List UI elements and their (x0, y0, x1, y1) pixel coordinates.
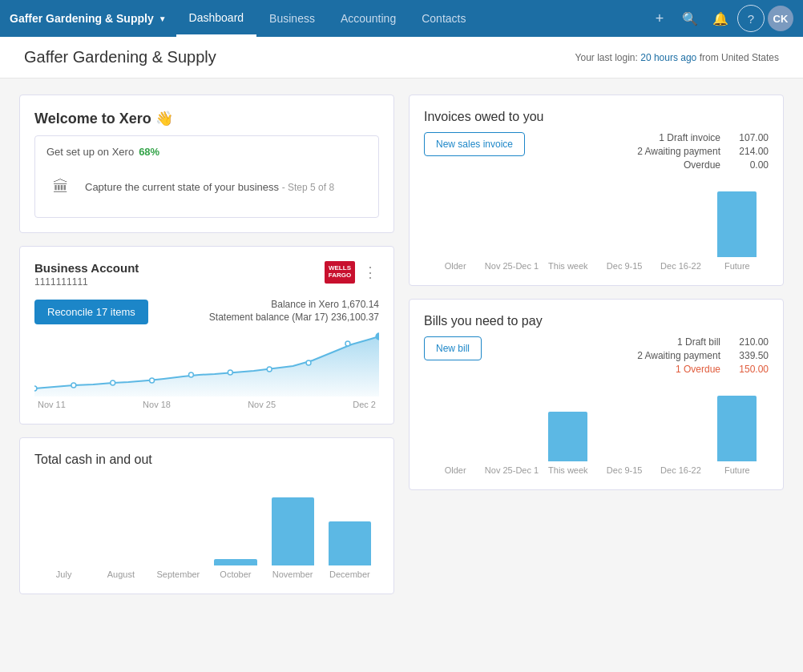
wells-fargo-logo: WELLSFARGO (325, 261, 355, 284)
bills-bar-dec9: Dec 9-15 (596, 461, 652, 475)
setup-header: Get set up on Xero 68% (46, 146, 367, 158)
setup-section: Get set up on Xero 68% 🏛 Capture the cur… (34, 135, 379, 218)
line-chart (34, 332, 379, 396)
total-cash-card: Total cash in and out July August Septem… (19, 437, 394, 594)
invoice-section: New sales invoice 1 Draft invoice 107.00… (424, 132, 769, 173)
svg-point-3 (150, 378, 155, 383)
bank-icon: 🏛 (46, 172, 75, 201)
line-chart-labels: Nov 11 Nov 18 Nov 25 Dec 2 (34, 400, 379, 409)
bills-bar-dec16: Dec 16-22 (652, 461, 708, 475)
right-column: Invoices owed to you New sales invoice 1… (409, 95, 784, 594)
bills-card: Bills you need to pay New bill 1 Draft b… (409, 299, 784, 490)
bills-bar-thisweek: This week (540, 412, 596, 475)
bills-bar-older: Older (427, 461, 483, 475)
label-nov25: Nov 25 (248, 400, 276, 409)
nav-business[interactable]: Business (256, 0, 328, 37)
biz-title: Business Account (34, 261, 139, 275)
bell-icon[interactable]: 🔔 (707, 5, 734, 32)
business-account-card: Business Account 1111111111 WELLSFARGO ⋮… (19, 246, 394, 425)
bills-bar-future: Future (709, 396, 765, 475)
inv-bar-dec9: Dec 9-15 (596, 257, 652, 271)
label-nov11: Nov 11 (38, 400, 66, 409)
balance-info: Balance in Xero 1,670.14 Statement balan… (209, 299, 379, 324)
nav-links: Dashboard Business Accounting Contacts (176, 0, 646, 37)
welcome-card: Welcome to Xero 👋 Get set up on Xero 68%… (19, 95, 394, 233)
label-dec2: Dec 2 (353, 400, 376, 409)
inv-bar-nov25: Nov 25-Dec 1 (483, 257, 539, 271)
total-cash-title: Total cash in and out (34, 453, 379, 467)
plus-icon[interactable]: + (646, 5, 673, 32)
setup-percent: 68% (139, 146, 159, 158)
inv-bar-thisweek: This week (540, 257, 596, 271)
invoices-title: Invoices owed to you (424, 110, 769, 124)
label-nov18: Nov 18 (143, 400, 171, 409)
bar-july: July (42, 565, 85, 579)
bar-december: December (329, 521, 371, 579)
biz-account-num: 1111111111 (34, 276, 139, 288)
last-login: Your last login: 20 hours ago from Unite… (575, 52, 779, 63)
bills-stats: 1 Draft bill 210.00 2 Awaiting payment 3… (494, 336, 769, 377)
svg-point-2 (111, 380, 115, 385)
inv-bar-older: Older (427, 257, 483, 271)
bills-section: New bill 1 Draft bill 210.00 2 Awaiting … (424, 336, 769, 377)
brand-menu[interactable]: Gaffer Gardening & Supply ▼ (10, 12, 176, 25)
nav-dashboard[interactable]: Dashboard (176, 0, 257, 37)
navbar: Gaffer Gardening & Supply ▼ Dashboard Bu… (0, 0, 803, 37)
inv-bar-dec16: Dec 16-22 (652, 257, 708, 271)
bar-august: August (99, 565, 142, 579)
bar-october: October (214, 559, 256, 579)
bills-bar-nov25: Nov 25-Dec 1 (483, 461, 539, 475)
avatar[interactable]: CK (768, 6, 793, 31)
setup-item[interactable]: 🏛 Capture the current state of your busi… (46, 166, 367, 207)
new-sales-invoice-button[interactable]: New sales invoice (424, 132, 525, 156)
welcome-title: Welcome to Xero 👋 (34, 110, 379, 127)
nav-contacts[interactable]: Contacts (409, 0, 478, 37)
bills-bar-chart: Older Nov 25-Dec 1 This week Dec 9-15 De… (424, 387, 769, 475)
reconcile-section: Reconcile 17 items Balance in Xero 1,670… (34, 299, 379, 324)
bar-september: September (156, 565, 200, 579)
main-content: Welcome to Xero 👋 Get set up on Xero 68%… (0, 78, 803, 610)
page-header: Gaffer Gardening & Supply Your last logi… (0, 37, 803, 78)
svg-point-9 (376, 333, 379, 340)
svg-point-0 (34, 386, 37, 391)
more-options-button[interactable]: ⋮ (361, 264, 379, 281)
page-title: Gaffer Gardening & Supply (24, 48, 216, 66)
nav-right: + 🔍 🔔 ? CK (646, 5, 793, 32)
cash-bar-chart: July August September October November (34, 475, 379, 579)
reconcile-button[interactable]: Reconcile 17 items (34, 300, 148, 324)
invoices-card: Invoices owed to you New sales invoice 1… (409, 95, 784, 286)
help-icon[interactable]: ? (737, 5, 765, 32)
svg-point-6 (267, 367, 272, 372)
svg-point-4 (189, 372, 194, 377)
login-time-link[interactable]: 20 hours ago (640, 52, 696, 63)
svg-point-7 (306, 360, 311, 365)
inv-bar-future: Future (709, 191, 765, 271)
invoice-bar-chart: Older Nov 25-Dec 1 This week Dec 9-15 De… (424, 183, 769, 271)
left-column: Welcome to Xero 👋 Get set up on Xero 68%… (19, 95, 394, 594)
nav-accounting[interactable]: Accounting (328, 0, 409, 37)
new-bill-button[interactable]: New bill (424, 336, 482, 360)
bar-november: November (272, 497, 314, 579)
brand-chevron-icon: ▼ (159, 14, 167, 23)
svg-point-1 (71, 383, 76, 388)
bills-title: Bills you need to pay (424, 314, 769, 328)
svg-point-8 (345, 341, 350, 346)
svg-point-5 (228, 370, 232, 375)
brand-label: Gaffer Gardening & Supply (10, 12, 154, 25)
search-icon[interactable]: 🔍 (676, 5, 704, 32)
biz-card-header: Business Account 1111111111 WELLSFARGO ⋮ (34, 261, 379, 288)
invoice-stats: 1 Draft invoice 107.00 2 Awaiting paymen… (538, 132, 769, 173)
